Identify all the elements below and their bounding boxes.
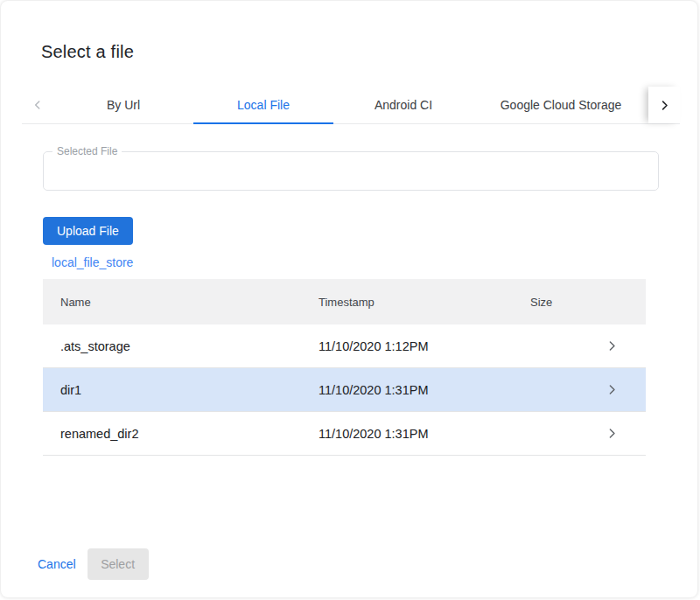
cell-timestamp: 11/10/2020 1:31PM <box>318 427 530 441</box>
row-open-button[interactable] <box>605 426 646 441</box>
cell-name: dir1 <box>43 383 318 397</box>
chevron-right-icon <box>605 382 620 397</box>
tab-by-url[interactable]: By Url <box>53 87 193 123</box>
tab-android-ci[interactable]: Android CI <box>333 87 473 123</box>
table-row-ats-storage[interactable]: .ats_storage 11/10/2020 1:12PM <box>43 324 646 368</box>
row-open-button[interactable] <box>605 338 646 353</box>
selected-file-label: Selected File <box>52 145 122 157</box>
tab-label: Android CI <box>374 98 432 112</box>
dialog-footer: Cancel Select <box>31 548 149 580</box>
selected-file-field: Selected File <box>43 151 659 191</box>
cell-name: renamed_dir2 <box>43 427 318 441</box>
tab-label: By Url <box>107 98 140 112</box>
tab-local-file[interactable]: Local File <box>193 87 333 123</box>
file-table: Name Timestamp Size .ats_storage 11/10/2… <box>43 279 646 456</box>
cell-timestamp: 11/10/2020 1:31PM <box>318 383 530 397</box>
table-row-renamed-dir2[interactable]: renamed_dir2 11/10/2020 1:31PM <box>43 412 646 456</box>
tabs-scroll-left-button[interactable] <box>22 87 53 123</box>
chevron-right-icon <box>658 99 671 112</box>
chevron-left-icon <box>32 99 44 111</box>
column-header-name: Name <box>43 296 318 309</box>
tab-label: Google Cloud Storage <box>500 98 622 112</box>
selected-file-input[interactable] <box>44 152 658 190</box>
table-row-dir1[interactable]: dir1 11/10/2020 1:31PM <box>43 368 646 412</box>
select-button[interactable]: Select <box>88 548 149 580</box>
upload-file-button[interactable]: Upload File <box>43 217 133 245</box>
cancel-button[interactable]: Cancel <box>31 548 83 580</box>
tab-google-cloud-storage[interactable]: Google Cloud Storage <box>473 87 648 123</box>
row-open-button[interactable] <box>605 382 646 397</box>
table-body: .ats_storage 11/10/2020 1:12PM dir1 11/1… <box>43 324 646 456</box>
column-header-timestamp: Timestamp <box>318 296 530 309</box>
breadcrumb-local-file-store[interactable]: local_file_store <box>52 255 133 269</box>
chevron-right-icon <box>605 338 620 353</box>
column-header-size: Size <box>530 296 605 309</box>
chevron-right-icon <box>605 426 620 441</box>
cell-timestamp: 11/10/2020 1:12PM <box>318 339 530 353</box>
tab-label: Local File <box>237 98 290 112</box>
cell-name: .ats_storage <box>43 339 318 353</box>
dialog-title: Select a file <box>41 42 134 62</box>
tab-bar: By Url Local File Android CI Google Clou… <box>22 87 680 124</box>
select-file-dialog: Select a file By Url Local File Android … <box>1 1 697 597</box>
tabs-scroll-right-button[interactable] <box>648 87 680 123</box>
table-header-row: Name Timestamp Size <box>43 279 646 324</box>
